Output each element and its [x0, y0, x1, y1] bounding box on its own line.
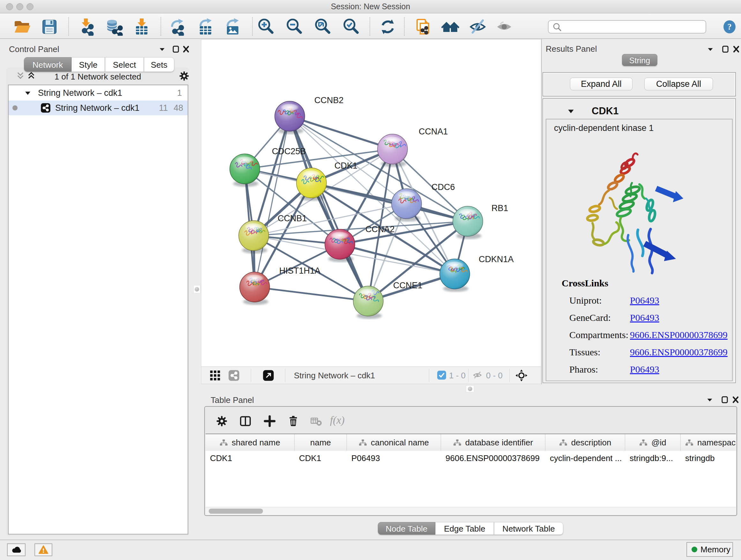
function-builder-icon[interactable]: f(x)	[330, 415, 345, 426]
crosslink-link[interactable]: P06493	[630, 312, 659, 323]
svg-text:CDK1: CDK1	[334, 161, 357, 171]
column-header-canonical-name[interactable]: canonical name	[347, 434, 441, 451]
table-panel-close-icon[interactable]	[731, 395, 741, 405]
crosslink-row: Pharos:P06493	[546, 361, 732, 378]
column-header-name[interactable]: name	[294, 434, 347, 451]
crosslink-row: GeneCard:P06493	[546, 309, 732, 326]
tab-network-table[interactable]: Network Table	[494, 522, 563, 535]
window-title: Session: New Session	[0, 0, 741, 13]
hidden-eye-slash-icon[interactable]	[473, 370, 482, 381]
collection-expander-icon[interactable]	[24, 89, 31, 97]
export-network-button[interactable]	[170, 18, 187, 36]
zoom-selected-button[interactable]	[342, 18, 360, 36]
column-header-description[interactable]: description	[545, 434, 625, 451]
column-header-namespace[interactable]: namespace	[681, 434, 736, 451]
cloud-status-button[interactable]	[7, 543, 25, 556]
search-input[interactable]	[564, 21, 704, 32]
string-copy-network-button[interactable]	[414, 18, 432, 36]
toolbar-separator	[68, 17, 69, 36]
svg-text:RB1: RB1	[491, 203, 509, 213]
left-splitter-grip[interactable]	[193, 285, 200, 294]
search-field	[548, 20, 706, 34]
import-network-button[interactable]	[78, 18, 96, 36]
crosslink-link[interactable]: 9606.ENSP00000378699	[630, 329, 728, 340]
network-row-selected[interactable]: String Network – cdk1 11 48	[9, 101, 188, 115]
crosslinks-heading: CrossLinks	[562, 278, 608, 289]
tab-style[interactable]: Style	[71, 57, 105, 72]
network-canvas[interactable]: CCNB2CCNA1CDC25BCDK1CDC6RB1CCNB1CCNA2CDK…	[201, 40, 541, 366]
import-network-from-database-button[interactable]	[105, 18, 123, 36]
results-panel-close-icon[interactable]	[731, 45, 741, 54]
collapse-all-button[interactable]: Collapse All	[644, 78, 713, 90]
search-icon	[552, 22, 562, 33]
table-panel-collapse-icon[interactable]	[704, 396, 716, 406]
detach-view-icon[interactable]	[263, 370, 274, 382]
refresh-layout-button[interactable]	[379, 18, 397, 36]
table-panel-float-icon[interactable]	[720, 395, 731, 405]
table-row[interactable]: CDK1 CDK1 P06493 9606.ENSP00000378699 cy…	[205, 451, 736, 465]
tab-node-table[interactable]: Node Table	[378, 522, 435, 535]
add-column-icon[interactable]	[264, 415, 274, 426]
crosslink-link[interactable]: P06493	[630, 364, 659, 375]
tab-string[interactable]: String	[622, 54, 657, 66]
zoom-out-button[interactable]	[285, 18, 303, 36]
string-home-button[interactable]	[441, 18, 459, 36]
fit-content-crosshair-icon[interactable]	[515, 369, 528, 383]
control-panel-collapse-icon[interactable]	[157, 45, 168, 55]
bottom-splitter-grip[interactable]	[466, 385, 474, 392]
network-view-toolbar: String Network – cdk1 1 - 0 0 - 0	[201, 367, 541, 384]
network-edge-count: 48	[174, 103, 183, 113]
column-header-id[interactable]: @id	[625, 434, 681, 451]
crosslink-link[interactable]: 9606.ENSP00000378699	[630, 347, 728, 358]
results-panel-float-icon[interactable]	[721, 45, 731, 54]
current-network-name: String Network – cdk1	[294, 371, 375, 381]
network-share-view-icon[interactable]	[228, 370, 240, 382]
svg-text:CDC6: CDC6	[431, 182, 455, 192]
warnings-button[interactable]	[35, 543, 52, 556]
string-network-icon	[41, 103, 51, 113]
network-collection-row[interactable]: String Network – cdk1 1	[9, 85, 188, 101]
zoom-in-button[interactable]	[257, 18, 275, 36]
tab-edge-table[interactable]: Edge Table	[435, 522, 494, 535]
tab-sets[interactable]: Sets	[144, 57, 174, 72]
table-gear-icon[interactable]	[216, 415, 226, 426]
export-table-button[interactable]	[197, 18, 214, 36]
open-session-button[interactable]	[13, 18, 31, 36]
grid-view-icon[interactable]	[209, 370, 221, 382]
tab-network[interactable]: Network	[24, 57, 71, 72]
network-view: CCNB2CCNA1CDC25BCDK1CDC6RB1CCNB1CCNA2CDK…	[201, 39, 541, 384]
zoom-fit-button[interactable]	[314, 18, 332, 36]
help-button[interactable]: ?	[722, 19, 737, 35]
control-panel-close-icon[interactable]	[181, 45, 192, 54]
scrollbar-thumb[interactable]	[209, 509, 263, 514]
svg-text:HIST1H1A: HIST1H1A	[279, 266, 320, 275]
delete-table-icon[interactable]	[310, 415, 321, 426]
horizontal-scrollbar[interactable]	[205, 507, 736, 515]
export-image-button[interactable]	[224, 18, 242, 36]
column-header-shared-name[interactable]: shared name	[205, 434, 294, 451]
control-panel-float-icon[interactable]	[171, 45, 182, 54]
crosslinks-list: Uniprot:P06493 GeneCard:P06493 Compartme…	[546, 292, 732, 378]
string-glass-effect-button[interactable]	[469, 18, 487, 36]
save-session-button[interactable]	[41, 18, 58, 36]
tab-select[interactable]: Select	[105, 57, 144, 72]
string-show-images-button[interactable]	[495, 18, 513, 36]
column-header-database-identifier[interactable]: database identifier	[441, 434, 545, 451]
delete-column-icon[interactable]	[287, 415, 298, 426]
svg-text:CDC25B: CDC25B	[272, 146, 306, 156]
toolbar-separator	[369, 17, 370, 36]
toolbar-separator	[252, 17, 253, 36]
import-table-button[interactable]	[133, 18, 151, 36]
memory-button[interactable]: Memory	[686, 542, 733, 557]
node-section-expander-icon[interactable]	[566, 107, 576, 117]
svg-text:CCNB2: CCNB2	[314, 96, 344, 105]
results-panel-title: Results Panel	[546, 44, 597, 54]
crosslink-link[interactable]: P06493	[630, 295, 659, 306]
results-panel-collapse-icon[interactable]	[705, 45, 716, 55]
selected-counts: 1 - 0	[449, 371, 466, 381]
expand-all-button[interactable]: Expand All	[570, 78, 632, 90]
selected-checkbox-icon[interactable]	[437, 370, 447, 381]
main-toolbar: ?	[0, 13, 741, 39]
network-options-gear-icon[interactable]	[179, 71, 190, 83]
show-columns-icon[interactable]	[239, 415, 250, 426]
